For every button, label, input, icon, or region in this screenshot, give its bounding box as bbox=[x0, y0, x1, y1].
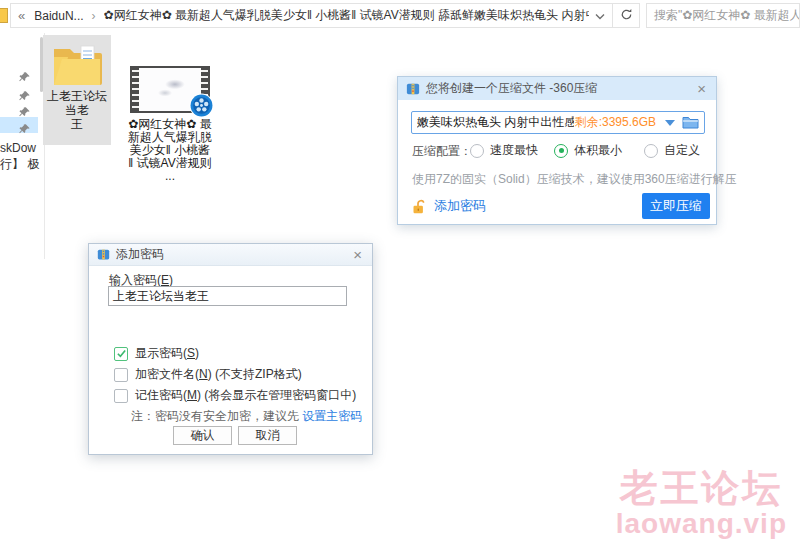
watermark-title: 老王论坛 bbox=[616, 469, 787, 507]
radio-label: 体积最小 bbox=[574, 142, 622, 159]
password-dialog-titlebar[interactable]: 添加密码 × bbox=[89, 244, 372, 266]
sidebar-item-clipped[interactable]: skDow bbox=[0, 141, 36, 155]
breadcrumb-separator-icon: › bbox=[92, 9, 96, 23]
add-password-label: 添加密码 bbox=[434, 197, 486, 215]
pin-icon[interactable] bbox=[19, 104, 30, 115]
checkbox-label: 记住密码(M) (将会显示在管理密码窗口中) bbox=[135, 387, 356, 404]
compression-hint: 使用7Z的固实（Solid）压缩技术，建议使用360压缩进行解压 bbox=[412, 171, 737, 188]
radio-icon[interactable] bbox=[644, 144, 658, 158]
media-player-icon bbox=[189, 93, 214, 118]
zip-app-icon bbox=[406, 82, 420, 96]
radio-icon[interactable] bbox=[554, 144, 568, 158]
refresh-icon bbox=[620, 7, 633, 25]
lock-icon bbox=[412, 199, 428, 214]
checkbox-encrypt-filenames[interactable]: 加密文件名(N) (不支持ZIP格式) bbox=[114, 366, 302, 383]
archive-filename-input[interactable]: 嫩美味炽热龟头 内射中出性感网丝猫娘女仆.7z 剩余:3395.6GB bbox=[411, 111, 705, 134]
address-bar[interactable]: « BaiduN... › ✿网红女神✿ 最新超人气爆乳脱美少女‖ 小桃酱‖ 试… bbox=[10, 3, 613, 28]
checkbox-remember-password[interactable]: 记住密码(M) (将会显示在管理密码窗口中) bbox=[114, 387, 356, 404]
filmstrip-thumbnail bbox=[130, 66, 210, 113]
zip-dialog-title: 您将创建一个压缩文件 -360压缩 bbox=[426, 80, 597, 97]
radio-icon[interactable] bbox=[470, 144, 484, 158]
password-dialog: 添加密码 × 输入密码(E) 上老王论坛当老王 显示密码(S) 加密文件名(N)… bbox=[88, 243, 373, 455]
watermark-url: laowang.vip bbox=[616, 510, 787, 538]
explorer-topbar: « BaiduN... › ✿网红女神✿ 最新超人气爆乳脱美少女‖ 小桃酱‖ 试… bbox=[0, 0, 800, 31]
password-input[interactable]: 上老王论坛当老王 bbox=[108, 286, 347, 306]
radio-fastest[interactable]: 速度最快 bbox=[470, 142, 538, 159]
video-file-tile[interactable]: ✿网红女神✿ 最新超人气爆乳脱美少女‖ 小桃酱‖ 试镜AV潜规则 ... bbox=[128, 66, 212, 183]
password-note: 注：密码没有安全加密，建议先 设置主密码 bbox=[131, 408, 362, 425]
pin-icon[interactable] bbox=[19, 121, 30, 132]
confirm-button[interactable]: 确认 bbox=[173, 426, 232, 445]
password-value: 上老王论坛当老王 bbox=[113, 288, 209, 305]
folder-icon bbox=[51, 42, 103, 86]
radio-label: 速度最快 bbox=[490, 142, 538, 159]
folder-tile-selected[interactable]: 上老王论坛当老 王 bbox=[43, 35, 111, 145]
checkbox-label: 加密文件名(N) (不支持ZIP格式) bbox=[135, 366, 302, 383]
compress-now-button[interactable]: 立即压缩 bbox=[642, 193, 710, 219]
back-chevrons-icon[interactable]: « bbox=[18, 8, 25, 23]
zip-dialog: 您将创建一个压缩文件 -360压缩 × 嫩美味炽热龟头 内射中出性感网丝猫娘女仆… bbox=[397, 76, 717, 225]
refresh-button[interactable] bbox=[613, 3, 640, 28]
chevron-down-icon[interactable] bbox=[595, 9, 605, 23]
search-box[interactable]: 搜索"✿网红女神✿ 最新超人... bbox=[646, 3, 800, 28]
breadcrumb-root[interactable]: BaiduN... bbox=[34, 9, 83, 23]
pin-icon[interactable] bbox=[19, 88, 30, 99]
close-icon[interactable]: × bbox=[695, 81, 708, 96]
explorer-window: « BaiduN... › ✿网红女神✿ 最新超人气爆乳脱美少女‖ 小桃酱‖ 试… bbox=[0, 0, 800, 546]
radio-smallest[interactable]: 体积最小 bbox=[554, 142, 622, 159]
window-folder-icon bbox=[0, 8, 8, 23]
video-file-name: ✿网红女神✿ 最新超人气爆乳脱美少女‖ 小桃酱‖ 试镜AV潜规则 ... bbox=[128, 118, 212, 183]
watermark: 老王论坛 laowang.vip bbox=[616, 469, 787, 538]
radio-label: 自定义 bbox=[664, 142, 700, 159]
password-dialog-title: 添加密码 bbox=[116, 246, 164, 263]
checkbox-show-password[interactable]: 显示密码(S) bbox=[114, 345, 199, 362]
dropdown-icon[interactable] bbox=[665, 120, 675, 126]
filmstrip-holes-left bbox=[132, 68, 139, 111]
zip-dialog-titlebar[interactable]: 您将创建一个压缩文件 -360压缩 × bbox=[398, 77, 716, 100]
config-label: 压缩配置： bbox=[412, 143, 472, 160]
archive-filename-value: 嫩美味炽热龟头 内射中出性感网丝猫娘女仆.7z bbox=[417, 114, 574, 131]
sidebar-item-clipped[interactable]: 行】 极 bbox=[0, 156, 39, 173]
radio-custom[interactable]: 自定义 bbox=[644, 142, 700, 159]
close-icon[interactable]: × bbox=[351, 247, 364, 262]
add-password-link[interactable]: 添加密码 bbox=[412, 197, 486, 215]
zip-app-icon bbox=[97, 248, 110, 261]
checkbox-icon[interactable] bbox=[114, 347, 128, 361]
browse-folder-icon[interactable] bbox=[682, 116, 699, 129]
checkbox-icon[interactable] bbox=[114, 389, 128, 403]
free-space-text: 剩余:3395.6GB bbox=[575, 114, 656, 131]
search-input-text: 搜索"✿网红女神✿ 最新超人... bbox=[654, 7, 800, 24]
checkbox-label: 显示密码(S) bbox=[135, 345, 199, 362]
pin-icon[interactable] bbox=[19, 69, 30, 80]
breadcrumb-current-folder[interactable]: ✿网红女神✿ 最新超人气爆乳脱美少女‖ 小桃酱‖ 试镜AV潜规则 舔舐鲜嫩美味炽… bbox=[104, 7, 589, 24]
folder-name: 上老王论坛当老 王 bbox=[43, 89, 111, 131]
checkbox-icon[interactable] bbox=[114, 368, 128, 382]
set-master-password-link[interactable]: 设置主密码 bbox=[302, 409, 362, 423]
cancel-button[interactable]: 取消 bbox=[238, 426, 297, 445]
